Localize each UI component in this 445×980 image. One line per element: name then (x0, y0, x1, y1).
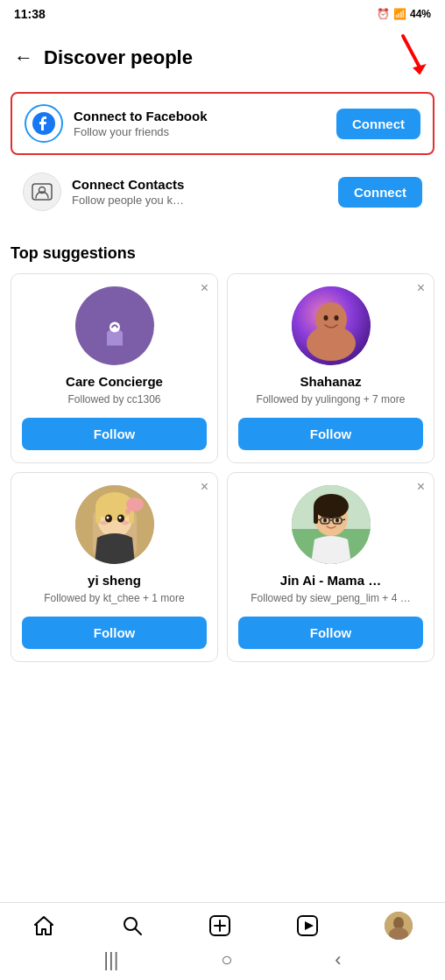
svg-marker-46 (305, 921, 314, 930)
svg-point-30 (314, 494, 349, 518)
svg-point-11 (334, 315, 338, 321)
jinai-name: Jin Ai - Mama … (280, 573, 381, 588)
suggestion-card-shahanaz: × (227, 273, 434, 463)
svg-point-48 (393, 917, 404, 929)
care-concierge-name: Care Concierge (66, 374, 163, 389)
facebook-connect-card: Connect to Facebook Follow your friends … (11, 92, 434, 155)
svg-rect-16 (95, 506, 101, 524)
wifi-icon: 📶 (393, 8, 406, 20)
svg-point-23 (122, 520, 129, 525)
svg-point-22 (101, 520, 108, 525)
nav-add[interactable] (208, 914, 231, 937)
yisheng-avatar (75, 485, 154, 564)
indicator-menu: ||| (103, 948, 118, 971)
svg-line-41 (135, 928, 141, 934)
alarm-icon: ⏰ (377, 8, 390, 20)
care-concierge-meta: Followed by cc1306 (67, 392, 160, 407)
contacts-connect-title: Connect Contacts (72, 177, 338, 192)
contacts-connect-card: Connect Contacts Follow people you k… Co… (11, 162, 434, 222)
status-icons: ⏰ 📶 44% (377, 8, 431, 20)
svg-point-10 (323, 315, 328, 321)
back-button[interactable]: ← (14, 46, 33, 69)
svg-line-36 (342, 519, 345, 520)
svg-point-20 (106, 516, 109, 518)
care-concierge-avatar (75, 286, 154, 365)
svg-point-38 (336, 518, 339, 522)
suggestions-title: Top suggestions (11, 244, 434, 263)
suggestion-card-jinai: × (227, 472, 434, 662)
contacts-connect-button[interactable]: Connect (338, 177, 422, 208)
bottom-navigation: ||| ○ ‹ (0, 902, 445, 980)
suggestion-card-yisheng: × (11, 472, 218, 662)
facebook-connect-text: Connect to Facebook Follow your friends (74, 109, 336, 138)
close-yisheng[interactable]: × (201, 480, 208, 494)
svg-line-35 (317, 519, 321, 520)
suggestions-grid: × Care Concierge Followed by cc1306 Foll… (11, 273, 434, 662)
facebook-connect-title: Connect to Facebook (74, 109, 336, 123)
svg-line-0 (396, 36, 427, 67)
contacts-icon (23, 173, 61, 211)
svg-marker-39 (35, 917, 53, 934)
nav-profile[interactable] (385, 912, 413, 940)
facebook-connect-subtitle: Follow your friends (74, 125, 336, 138)
close-shahanaz[interactable]: × (417, 281, 425, 295)
home-indicator: ||| ○ ‹ (0, 945, 445, 980)
svg-point-6 (109, 322, 120, 333)
close-care-concierge[interactable]: × (201, 281, 208, 295)
shahanaz-name: Shahanaz (300, 374, 361, 389)
svg-point-25 (125, 509, 131, 514)
jinai-avatar (292, 485, 371, 564)
nav-home[interactable] (32, 914, 55, 937)
header: ← Discover people (0, 25, 445, 92)
follow-jinai-button[interactable]: Follow (238, 617, 423, 649)
contacts-connect-text: Connect Contacts Follow people you k… (72, 177, 338, 207)
connect-section: Connect to Facebook Follow your friends … (0, 92, 445, 222)
facebook-connect-button[interactable]: Connect (336, 109, 420, 139)
contacts-connect-subtitle: Follow people you k… (72, 194, 338, 207)
annotation-arrow (384, 29, 437, 87)
svg-point-21 (118, 516, 121, 518)
yisheng-name: yi sheng (88, 573, 141, 588)
nav-reels[interactable] (296, 914, 319, 937)
status-time: 11:38 (14, 7, 46, 21)
indicator-home: ○ (221, 948, 232, 971)
status-bar: 11:38 ⏰ 📶 44% (0, 0, 445, 25)
shahanaz-avatar (292, 286, 371, 365)
indicator-back: ‹ (335, 948, 341, 971)
close-jinai[interactable]: × (417, 480, 425, 494)
page-title: Discover people (44, 46, 193, 69)
suggestions-section: Top suggestions × Care Concierge Followe… (0, 229, 445, 662)
nav-icons-row (0, 903, 445, 945)
nav-search[interactable] (121, 914, 144, 937)
follow-shahanaz-button[interactable]: Follow (238, 418, 423, 450)
follow-yisheng-button[interactable]: Follow (22, 617, 207, 649)
suggestion-card-care-concierge: × Care Concierge Followed by cc1306 Foll… (11, 273, 218, 463)
svg-rect-31 (314, 506, 318, 524)
svg-point-37 (323, 518, 327, 522)
jinai-meta: Followed by siew_peng_lim + 4 … (251, 591, 410, 606)
yisheng-meta: Followed by kt_chee + 1 more (44, 591, 184, 606)
facebook-icon (25, 104, 63, 143)
shahanaz-meta: Followed by yulingong + 7 more (257, 392, 406, 407)
battery-label: 44% (410, 8, 431, 20)
svg-point-9 (307, 326, 356, 361)
follow-care-concierge-button[interactable]: Follow (22, 418, 207, 450)
